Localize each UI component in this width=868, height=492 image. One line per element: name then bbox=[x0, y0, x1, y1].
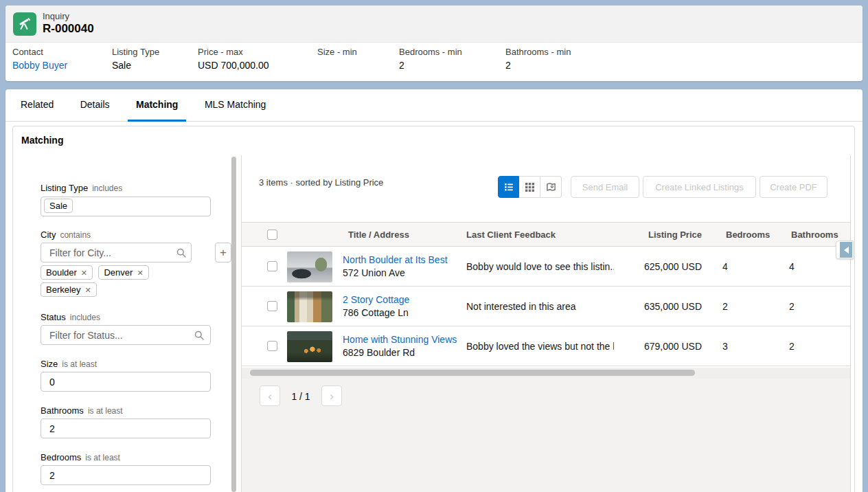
add-city-button[interactable]: + bbox=[215, 243, 231, 262]
field-price-max: Price - max USD 700,000.00 bbox=[198, 47, 269, 71]
listing-address: 572 Union Ave bbox=[343, 267, 405, 278]
bathrooms-value: 4 bbox=[789, 261, 795, 272]
last-client-feedback: Bobby would love to see this listin... bbox=[466, 261, 614, 272]
bathrooms-value: 2 bbox=[789, 301, 795, 312]
listing-photo-house-at-dusk bbox=[287, 331, 332, 362]
remove-pill-icon[interactable]: ✕ bbox=[85, 286, 91, 294]
scrollbar-thumb[interactable] bbox=[231, 157, 236, 492]
listing-price: 679,000 USD bbox=[599, 341, 702, 352]
scroll-columns-left-button[interactable] bbox=[836, 241, 854, 259]
results-footer: ‹ 1 / 1 › bbox=[242, 379, 850, 492]
col-title-address[interactable]: Title / Address bbox=[348, 230, 409, 240]
table-header: Title / Address Last Client Feedback Lis… bbox=[242, 222, 850, 247]
col-bathrooms[interactable]: Bathrooms bbox=[791, 230, 838, 240]
row-checkbox[interactable] bbox=[267, 301, 277, 311]
remove-pill-icon[interactable]: ✕ bbox=[137, 269, 143, 277]
tab-details[interactable]: Details bbox=[72, 89, 118, 122]
contact-link[interactable]: Bobby Buyer bbox=[12, 60, 67, 71]
table-row: 2 Story Cottage 786 Cottage Ln Not inter… bbox=[242, 287, 850, 326]
field-value: 2 bbox=[505, 60, 571, 71]
send-email-button[interactable]: Send Email bbox=[571, 176, 639, 198]
table-horizontal-scrollbar[interactable] bbox=[242, 368, 850, 379]
listing-address: 6829 Boulder Rd bbox=[343, 347, 415, 358]
listing-price: 625,000 USD bbox=[599, 261, 702, 272]
size-min-input[interactable] bbox=[41, 372, 211, 392]
results-summary: 3 items · sorted by Listing Price bbox=[259, 177, 383, 188]
col-bedrooms[interactable]: Bedrooms bbox=[726, 230, 770, 240]
listing-title-link[interactable]: Home with Stunning Views bbox=[343, 334, 457, 345]
field-value: 2 bbox=[399, 60, 462, 71]
tab-related[interactable]: Related bbox=[12, 89, 62, 122]
previous-page-button[interactable]: ‹ bbox=[260, 385, 280, 406]
table-row: North Boulder at Its Best 572 Union Ave … bbox=[242, 247, 850, 287]
field-label: Listing Type bbox=[112, 47, 159, 57]
entity-label: Inquiry bbox=[43, 11, 69, 21]
col-last-client-feedback[interactable]: Last Client Feedback bbox=[466, 230, 556, 240]
next-page-button[interactable]: › bbox=[321, 385, 342, 406]
filter-label-bathrooms: Bathroomsis at least bbox=[41, 405, 123, 416]
bathrooms-min-input[interactable] bbox=[41, 418, 211, 438]
listing-type-pillbox[interactable]: Sale bbox=[41, 197, 211, 216]
record-header-fields: Contact Bobby Buyer Listing Type Sale Pr… bbox=[5, 43, 863, 80]
filter-label-bedrooms: Bedroomsis at least bbox=[41, 452, 120, 462]
city-filter-input[interactable] bbox=[41, 243, 192, 262]
field-value: USD 700,000.00 bbox=[198, 60, 269, 71]
field-label: Bathrooms - min bbox=[505, 47, 571, 57]
grid-view-icon bbox=[525, 183, 534, 192]
pill-berkeley[interactable]: Berkeley✕ bbox=[41, 282, 97, 297]
field-label: Size - min bbox=[317, 47, 357, 57]
matching-panel: Matching Listing Typeincludes Sale Cityc… bbox=[12, 126, 855, 492]
bathrooms-value: 2 bbox=[789, 341, 795, 352]
record-header-card: Inquiry R-000040 Contact Bobby Buyer Lis… bbox=[5, 5, 863, 81]
row-checkbox[interactable] bbox=[267, 261, 277, 271]
search-icon bbox=[194, 331, 204, 340]
col-listing-price[interactable]: Listing Price bbox=[599, 230, 702, 240]
bedrooms-value: 3 bbox=[722, 341, 728, 352]
create-linked-listings-button[interactable]: Create Linked Listings bbox=[643, 176, 756, 198]
search-icon bbox=[176, 248, 186, 258]
row-checkbox[interactable] bbox=[267, 341, 277, 351]
filter-label-city: Citycontains bbox=[41, 230, 91, 240]
field-listing-type: Listing Type Sale bbox=[112, 47, 159, 71]
tab-matching[interactable]: Matching bbox=[128, 89, 186, 122]
listing-title-link[interactable]: 2 Story Cottage bbox=[343, 294, 409, 305]
matching-panel-title: Matching bbox=[21, 135, 63, 146]
listing-title-link[interactable]: North Boulder at Its Best bbox=[343, 254, 448, 265]
field-bedrooms-min: Bedrooms - min 2 bbox=[399, 47, 462, 71]
record-body-card: Related Details Matching MLS Matching Ma… bbox=[5, 89, 863, 492]
bedrooms-min-input[interactable] bbox=[41, 465, 211, 485]
field-label: Price - max bbox=[198, 47, 269, 57]
listing-photo-cottage-porch bbox=[287, 291, 332, 322]
list-view-button[interactable] bbox=[498, 176, 519, 198]
last-client-feedback: Not interested in this area bbox=[466, 301, 576, 312]
table-row: Home with Stunning Views 6829 Boulder Rd… bbox=[242, 326, 850, 366]
field-label: Bedrooms - min bbox=[399, 47, 462, 57]
field-label: Contact bbox=[12, 47, 67, 57]
remove-pill-icon[interactable]: ✕ bbox=[81, 269, 87, 277]
view-toggle-group bbox=[498, 176, 562, 198]
pill-denver[interactable]: Denver✕ bbox=[98, 265, 148, 280]
grid-view-button[interactable] bbox=[519, 176, 540, 198]
tab-mls-matching[interactable]: MLS Matching bbox=[196, 89, 274, 122]
field-value: Sale bbox=[112, 60, 159, 71]
map-view-icon bbox=[546, 182, 556, 192]
pill-sale[interactable]: Sale bbox=[44, 199, 73, 213]
record-header-top: Inquiry R-000040 bbox=[5, 5, 863, 43]
tab-bar: Related Details Matching MLS Matching bbox=[5, 89, 863, 122]
matching-results: 3 items · sorted by Listing Price bbox=[241, 155, 851, 492]
list-view-icon bbox=[504, 182, 514, 192]
listing-price: 635,000 USD bbox=[599, 301, 702, 312]
record-name: R-000040 bbox=[43, 22, 94, 36]
scrollbar-thumb[interactable] bbox=[250, 370, 695, 376]
filter-label-status: Statusincludes bbox=[41, 312, 100, 322]
filters-scrollbar[interactable] bbox=[230, 155, 238, 492]
map-view-button[interactable] bbox=[540, 176, 562, 198]
pill-boulder[interactable]: Boulder✕ bbox=[41, 265, 93, 280]
status-filter-input[interactable] bbox=[41, 325, 211, 345]
city-pills: Boulder✕ Denver✕ Berkeley✕ bbox=[41, 265, 219, 300]
select-all-checkbox[interactable] bbox=[267, 230, 277, 240]
field-size-min: Size - min bbox=[317, 47, 357, 71]
create-pdf-button[interactable]: Create PDF bbox=[760, 176, 827, 198]
listing-photo-bedroom-interior bbox=[287, 251, 332, 282]
bedrooms-value: 2 bbox=[722, 301, 728, 312]
